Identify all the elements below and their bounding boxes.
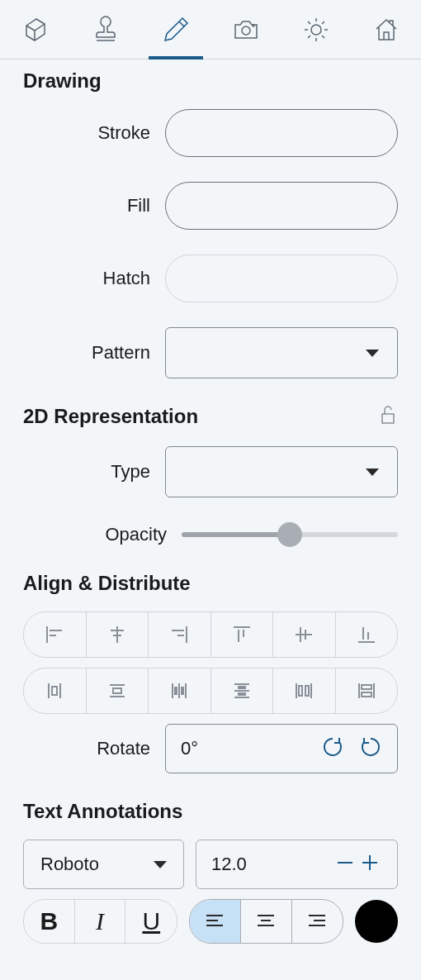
fill-picker[interactable]: [165, 182, 398, 230]
hatch-row: Hatch: [23, 255, 398, 302]
text-color-swatch[interactable]: [355, 900, 398, 943]
drawing-title: Drawing: [23, 69, 398, 93]
opacity-row: Opacity: [23, 524, 398, 545]
distribute-group: [23, 668, 398, 714]
section-drawing: Drawing Stroke Fill Hatch Pattern: [0, 59, 421, 378]
text-align-group: [189, 899, 343, 944]
text-font-row: Roboto 12.0: [23, 840, 398, 889]
distribute-h-left-icon[interactable]: [24, 668, 87, 713]
distribute-v-top-icon[interactable]: [87, 668, 149, 713]
hatch-label: Hatch: [23, 268, 165, 289]
svg-point-2: [311, 25, 321, 35]
rotate-input[interactable]: 0°: [165, 724, 398, 773]
tab-sun[interactable]: [286, 0, 346, 59]
unlock-icon[interactable]: [376, 403, 398, 430]
font-size-input[interactable]: 12.0: [196, 840, 398, 889]
rep-title-text: 2D Representation: [23, 405, 198, 428]
section-text: Text Annotations Roboto 12.0 B I U: [0, 790, 421, 944]
pattern-label: Pattern: [23, 342, 165, 364]
distribute-v-center-icon[interactable]: [211, 668, 274, 713]
font-size-decrease[interactable]: [333, 852, 357, 877]
text-align-left[interactable]: [190, 900, 241, 943]
align-right-icon[interactable]: [149, 612, 211, 657]
section-2d-rep: 2D Representation Type Opacity: [0, 393, 421, 545]
tab-home[interactable]: [357, 0, 416, 59]
stroke-label: Stroke: [23, 122, 165, 144]
text-style-row: B I U: [23, 899, 398, 944]
font-size-increase[interactable]: [357, 852, 382, 877]
svg-point-0: [242, 26, 250, 35]
stroke-picker[interactable]: [165, 109, 398, 157]
opacity-thumb[interactable]: [277, 522, 302, 547]
align-center-v-icon[interactable]: [273, 612, 336, 657]
rotate-ccw-icon[interactable]: [359, 735, 382, 762]
tab-stamp[interactable]: [76, 0, 135, 59]
rotate-value: 0°: [181, 738, 198, 759]
rotate-cw-icon[interactable]: [321, 735, 344, 762]
distribute-v-spacing-icon[interactable]: [336, 668, 398, 713]
font-size-value: 12.0: [211, 854, 333, 875]
tab-camera[interactable]: [216, 0, 276, 59]
stroke-row: Stroke: [23, 109, 398, 157]
font-family-value: Roboto: [40, 854, 99, 875]
tool-tabbar: [0, 0, 421, 59]
align-top-icon[interactable]: [211, 612, 274, 657]
opacity-label: Opacity: [23, 524, 182, 545]
hatch-picker: [165, 255, 398, 302]
italic-button[interactable]: I: [75, 900, 126, 943]
font-family-select[interactable]: Roboto: [23, 840, 184, 889]
rotate-label: Rotate: [23, 738, 165, 759]
rotate-row: Rotate 0°: [23, 724, 398, 773]
align-bottom-icon[interactable]: [336, 612, 398, 657]
text-align-center[interactable]: [241, 900, 292, 943]
distribute-h-spacing-icon[interactable]: [273, 668, 336, 713]
align-group-1: [23, 611, 398, 658]
align-center-h-icon[interactable]: [87, 612, 149, 657]
svg-point-1: [253, 25, 254, 26]
align-title: Align & Distribute: [23, 572, 398, 595]
bold-button[interactable]: B: [24, 900, 75, 943]
underline-button[interactable]: U: [125, 900, 177, 943]
fill-label: Fill: [23, 195, 165, 216]
text-align-right[interactable]: [292, 900, 343, 943]
section-align: Align & Distribute Rotate 0°: [0, 562, 421, 773]
text-style-group: B I U: [23, 899, 177, 944]
chevron-down-icon: [366, 469, 379, 476]
type-row: Type: [23, 446, 398, 497]
type-label: Type: [23, 461, 165, 483]
type-select[interactable]: [165, 446, 398, 497]
pattern-row: Pattern: [23, 327, 398, 378]
pattern-select[interactable]: [165, 327, 398, 378]
tab-tape-measure[interactable]: [6, 0, 65, 59]
tab-pencil[interactable]: [146, 0, 206, 59]
chevron-down-icon: [154, 861, 167, 868]
opacity-slider[interactable]: [182, 532, 398, 537]
rep-title: 2D Representation: [23, 403, 398, 430]
distribute-h-center-icon[interactable]: [149, 668, 211, 713]
text-title: Text Annotations: [23, 800, 398, 823]
fill-row: Fill: [23, 182, 398, 230]
align-left-icon[interactable]: [24, 612, 87, 657]
chevron-down-icon: [366, 350, 379, 357]
